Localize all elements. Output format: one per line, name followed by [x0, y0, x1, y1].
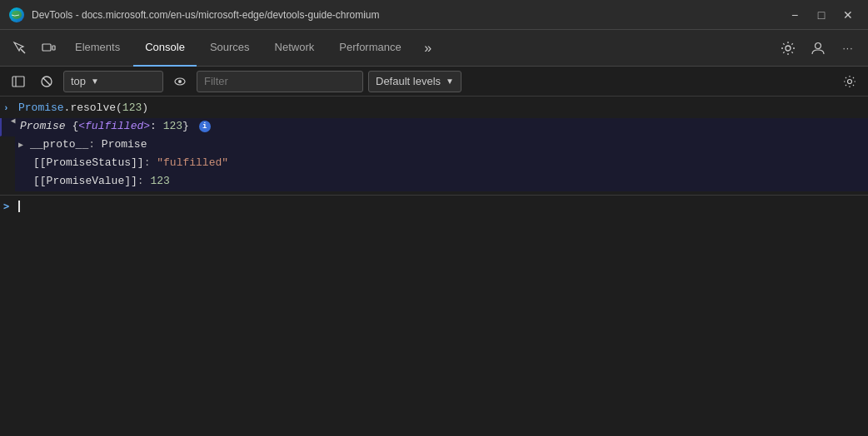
app-logo: [8, 7, 25, 23]
settings-button[interactable]: [775, 35, 801, 62]
console-row-promise-status: [[PromiseStatus]]: "fulfilled": [15, 155, 868, 173]
svg-rect-3: [52, 46, 55, 50]
eye-button[interactable]: [168, 70, 192, 93]
console-row-promise-object: ▼ Promise {<fulfilled>: 123} i: [0, 118, 868, 136]
context-selector[interactable]: top ▼: [63, 71, 163, 92]
cursor-area: [18, 200, 20, 212]
maximize-button[interactable]: □: [810, 6, 833, 24]
console-input-row[interactable]: >: [0, 195, 868, 216]
inspect-icon: [12, 41, 27, 56]
more-options-button[interactable]: ···: [835, 35, 861, 62]
title-bar: DevTools - docs.microsoft.com/en-us/micr…: [0, 0, 868, 30]
filter-input[interactable]: [197, 71, 363, 92]
console-output: › Promise.resolve(123) ▼ Promise {<fulfi…: [0, 97, 868, 195]
more-tabs-button[interactable]: »: [415, 35, 441, 62]
tab-performance[interactable]: Performance: [327, 30, 412, 67]
settings-icon: [843, 75, 856, 88]
sidebar-icon: [12, 75, 25, 88]
info-badge[interactable]: i: [199, 121, 211, 132]
svg-point-12: [848, 79, 852, 83]
inspect-element-button[interactable]: [7, 35, 33, 62]
promise-value-content: [[PromiseValue]]: 123: [33, 175, 170, 187]
proto-arrow[interactable]: ▶: [18, 140, 30, 150]
console-row-promise-value: [[PromiseValue]]: 123: [15, 173, 868, 191]
svg-rect-2: [42, 44, 51, 51]
close-button[interactable]: ✕: [836, 6, 860, 24]
window-title: DevTools - docs.microsoft.com/en-us/micr…: [32, 9, 776, 21]
account-icon: [811, 41, 826, 56]
toolbar-right-actions: ···: [775, 35, 861, 62]
console-settings-button[interactable]: [838, 70, 861, 93]
minimize-button[interactable]: −: [783, 6, 806, 24]
svg-line-9: [43, 77, 50, 84]
console-input-text: Promise.resolve(123): [18, 102, 148, 114]
svg-line-1: [21, 49, 25, 53]
device-icon: [41, 41, 56, 56]
svg-point-5: [816, 42, 821, 48]
console-row-input: › Promise.resolve(123): [0, 100, 868, 118]
svg-point-4: [786, 46, 791, 51]
expand-arrow[interactable]: ▼: [8, 119, 17, 134]
promise-status-content: [[PromiseStatus]]: "fulfilled": [33, 156, 228, 169]
gear-icon: [781, 41, 796, 56]
input-prompt: >: [3, 201, 18, 212]
console-row-proto: ▶ __proto__: Promise: [15, 136, 868, 155]
eye-icon: [173, 75, 187, 88]
window-controls: − □ ✕: [783, 6, 860, 24]
tab-sources[interactable]: Sources: [198, 30, 262, 67]
svg-rect-6: [12, 77, 24, 87]
tab-console[interactable]: Console: [133, 30, 197, 67]
tab-network[interactable]: Network: [263, 30, 327, 67]
input-arrow[interactable]: ›: [3, 103, 18, 113]
svg-point-11: [178, 80, 182, 83]
clear-console-button[interactable]: [35, 70, 58, 93]
cursor: [18, 201, 20, 212]
ban-icon: [40, 75, 53, 88]
promise-output: Promise {<fulfilled>: 123} i: [20, 120, 211, 132]
log-levels-dropdown[interactable]: Default levels ▼: [368, 71, 461, 92]
tab-elements[interactable]: Elements: [63, 30, 132, 67]
devtools-toolbar: Elements Console Sources Network Perform…: [0, 30, 868, 67]
device-toolbar-button[interactable]: [35, 35, 62, 62]
console-toolbar: top ▼ Default levels ▼: [0, 67, 868, 97]
proto-content: __proto__: Promise: [30, 138, 147, 151]
profile-button[interactable]: [805, 35, 831, 62]
console-sidebar-toggle[interactable]: [7, 70, 30, 93]
